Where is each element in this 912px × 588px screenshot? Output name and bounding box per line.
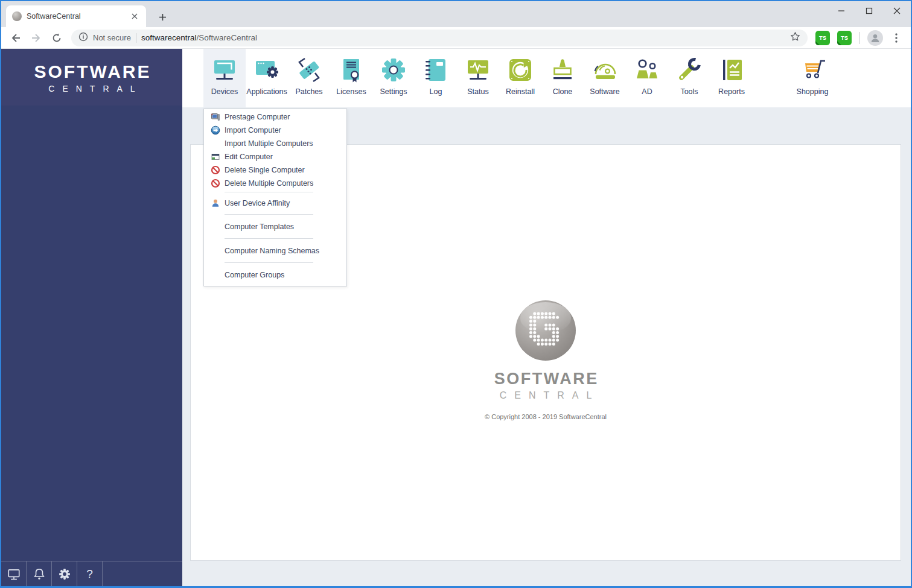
info-icon[interactable] <box>78 32 88 44</box>
devices-icon <box>210 55 239 84</box>
maximize-icon[interactable] <box>855 1 883 21</box>
ad-icon <box>633 55 662 84</box>
content-logo-line1: SOFTWARE <box>494 370 599 388</box>
nav-devices[interactable]: Devices <box>203 49 246 107</box>
copyright-text: © Copyright 2008 - 2019 SoftwareCentral <box>485 413 607 420</box>
nav-clone[interactable]: Clone <box>541 49 584 107</box>
menu-item-prestage-computer[interactable]: Prestage Computer <box>204 110 346 124</box>
no-icon <box>210 270 220 280</box>
shopping-icon <box>798 55 827 84</box>
back-icon[interactable] <box>6 28 25 48</box>
forward-icon[interactable] <box>27 28 46 48</box>
menu-item-import-multiple-computers[interactable]: Import Multiple Computers <box>204 137 346 150</box>
display-icon[interactable] <box>1 561 27 586</box>
close-icon[interactable] <box>883 1 911 21</box>
logo-dot-matrix <box>515 300 576 361</box>
nav-shopping[interactable]: Shopping <box>791 49 834 107</box>
sidebar-spacer <box>1 106 182 561</box>
nav-applications-label: Applications <box>246 87 287 96</box>
bookmark-star-icon[interactable] <box>790 31 800 44</box>
nav-patches[interactable]: Patches <box>288 49 330 107</box>
settings-icon <box>379 55 408 84</box>
menu-item-delete-multiple-computers[interactable]: Delete Multiple Computers <box>204 177 346 190</box>
extension-ts-icon-1[interactable]: TS <box>815 31 830 45</box>
nav-shopping-label: Shopping <box>797 87 829 96</box>
import-icon <box>210 125 220 135</box>
url-text[interactable]: softwarecentral/SoftwareCentral <box>141 33 785 42</box>
menu-item-computer-naming-schemas[interactable]: Computer Naming Schemas <box>204 241 346 261</box>
extension-ts-icon-2[interactable]: TS <box>837 31 852 45</box>
log-icon <box>421 55 450 84</box>
notifications-bell-icon[interactable] <box>27 561 52 586</box>
content-logo-line2: CENTRAL <box>500 390 600 401</box>
reload-icon[interactable] <box>47 28 66 48</box>
browser-tab[interactable]: SoftwareCentral <box>6 5 146 27</box>
menu-item-user-device-affinity[interactable]: User Device Affinity <box>204 194 346 212</box>
nav-software-label: Software <box>590 87 619 96</box>
sidebar-footer: ? <box>1 561 182 586</box>
nav-log[interactable]: Log <box>415 49 457 107</box>
no-icon <box>210 246 220 256</box>
reinstall-icon <box>506 55 535 84</box>
nav-tools[interactable]: Tools <box>668 49 710 107</box>
licenses-icon <box>337 55 366 84</box>
menu-item-computer-templates[interactable]: Computer Templates <box>204 217 346 236</box>
sidebar-footer-spacer <box>103 561 182 586</box>
menu-item-import-computer[interactable]: Import Computer <box>204 124 346 137</box>
menu-divider <box>225 214 313 215</box>
nav-reports[interactable]: Reports <box>710 49 753 107</box>
menu-item-computer-groups[interactable]: Computer Groups <box>204 265 346 285</box>
menu-item-edit-computer[interactable]: Edit Computer <box>204 150 346 163</box>
sidebar-logo: SOFTWARE CENTRAL <box>1 49 182 106</box>
clone-icon <box>548 55 577 84</box>
forbidden-icon <box>210 165 220 175</box>
minimize-icon[interactable] <box>827 1 855 21</box>
devices-dropdown-menu: Prestage Computer Import Computer Import… <box>203 109 347 286</box>
nav-status[interactable]: Status <box>457 49 499 107</box>
nav-reports-label: Reports <box>718 87 745 96</box>
menu-divider <box>225 262 313 263</box>
menu-item-delete-single-computer[interactable]: Delete Single Computer <box>204 163 346 177</box>
profile-avatar[interactable] <box>867 30 883 46</box>
url-host: softwarecentral <box>141 33 197 42</box>
new-tab-icon[interactable] <box>155 9 170 25</box>
nav-licenses-label: Licenses <box>336 87 366 96</box>
url-path: /SoftwareCentral <box>196 33 257 42</box>
window-controls <box>827 1 911 21</box>
menu-divider <box>225 192 313 192</box>
tab-title: SoftwareCentral <box>27 12 124 21</box>
reports-icon <box>717 55 746 84</box>
browser-window: SoftwareCentral <box>0 0 912 588</box>
computer-icon <box>210 112 220 122</box>
no-icon <box>210 139 220 148</box>
nav-settings[interactable]: Settings <box>372 49 415 107</box>
nav-licenses[interactable]: Licenses <box>330 49 372 107</box>
window-icon <box>210 152 220 162</box>
sidebar: SOFTWARE CENTRAL ? <box>1 49 182 586</box>
status-icon <box>464 55 493 84</box>
omnibox-divider <box>136 33 136 43</box>
nav-reinstall-label: Reinstall <box>506 87 535 96</box>
address-bar[interactable]: Not secure softwarecentral/SoftwareCentr… <box>71 30 808 46</box>
browser-toolbar: Not secure softwarecentral/SoftwareCentr… <box>1 27 911 49</box>
sidebar-logo-line1: SOFTWARE <box>34 62 151 82</box>
settings-gear-icon[interactable] <box>52 561 77 586</box>
browser-menu-icon[interactable] <box>887 28 906 48</box>
softwarecentral-favicon <box>12 11 22 21</box>
patches-icon <box>295 55 324 84</box>
nav-log-label: Log <box>430 87 442 96</box>
softwarecentral-logo <box>515 300 576 361</box>
main-area: Devices Applications Patches <box>182 49 911 586</box>
nav-patches-label: Patches <box>295 87 322 96</box>
no-icon <box>210 222 220 232</box>
nav-reinstall[interactable]: Reinstall <box>499 49 541 107</box>
nav-tools-label: Tools <box>680 87 698 96</box>
nav-applications[interactable]: Applications <box>246 49 288 107</box>
nav-software[interactable]: Software <box>584 49 626 107</box>
nav-ad[interactable]: AD <box>626 49 668 107</box>
help-icon[interactable]: ? <box>77 561 103 586</box>
tab-strip: SoftwareCentral <box>1 1 911 27</box>
forbidden-icon <box>210 179 220 188</box>
security-label[interactable]: Not secure <box>93 33 131 42</box>
tab-close-icon[interactable] <box>129 11 140 22</box>
